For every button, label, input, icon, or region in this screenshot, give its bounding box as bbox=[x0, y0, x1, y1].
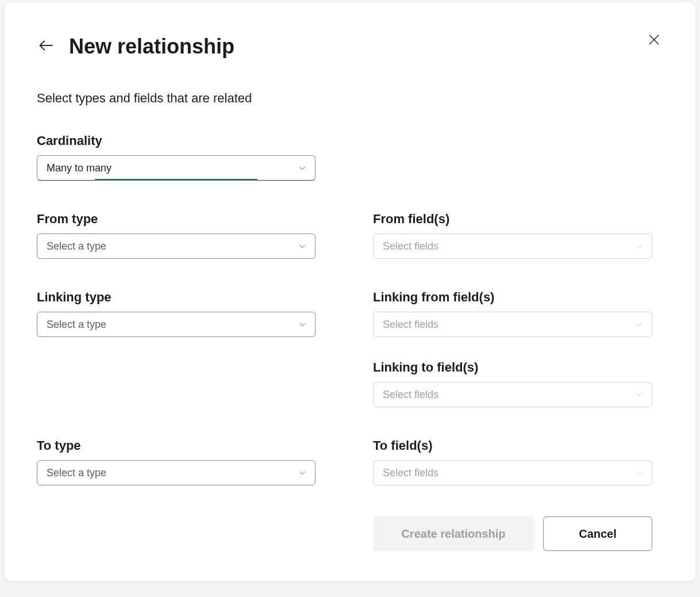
from-type-group: From type Select a type bbox=[37, 212, 316, 259]
cardinality-dropdown[interactable]: Many to many bbox=[37, 155, 316, 181]
linking-to-fields-dropdown[interactable]: Select fields bbox=[373, 382, 652, 407]
chevron-down-icon bbox=[634, 390, 644, 399]
linking-to-fields-label: Linking to field(s) bbox=[373, 360, 652, 375]
from-fields-dropdown[interactable]: Select fields bbox=[373, 234, 652, 259]
panel-subtitle: Select types and fields that are related bbox=[37, 91, 663, 106]
right-column: From field(s) Select fields Linking from… bbox=[373, 212, 652, 551]
title-group: New relationship bbox=[37, 35, 234, 59]
cardinality-label: Cardinality bbox=[37, 133, 316, 148]
linking-type-placeholder: Select a type bbox=[47, 319, 106, 331]
chevron-down-icon bbox=[634, 242, 644, 251]
create-relationship-button[interactable]: Create relationship bbox=[373, 516, 534, 551]
from-fields-label: From field(s) bbox=[373, 212, 652, 227]
to-fields-dropdown[interactable]: Select fields bbox=[373, 460, 652, 485]
arrow-left-icon bbox=[38, 37, 54, 56]
to-fields-label: To field(s) bbox=[373, 438, 652, 453]
cardinality-group: Cardinality Many to many bbox=[37, 133, 316, 181]
linking-from-fields-group: Linking from field(s) Select fields bbox=[373, 290, 652, 337]
cardinality-value: Many to many bbox=[47, 162, 111, 174]
linking-from-fields-placeholder: Select fields bbox=[383, 319, 439, 331]
cancel-button[interactable]: Cancel bbox=[543, 516, 652, 551]
to-type-group: To type Select a type bbox=[37, 438, 316, 485]
linking-type-dropdown[interactable]: Select a type bbox=[37, 312, 316, 337]
to-fields-placeholder: Select fields bbox=[383, 467, 439, 479]
form-columns: From type Select a type Linking type Sel… bbox=[37, 212, 663, 551]
from-fields-placeholder: Select fields bbox=[383, 240, 439, 252]
to-type-dropdown[interactable]: Select a type bbox=[37, 460, 316, 485]
to-type-placeholder: Select a type bbox=[47, 467, 106, 479]
chevron-down-icon bbox=[634, 468, 644, 477]
linking-type-label: Linking type bbox=[37, 290, 316, 305]
to-fields-group: To field(s) Select fields bbox=[373, 438, 652, 485]
panel-header: New relationship bbox=[37, 35, 663, 59]
chevron-down-icon bbox=[298, 242, 307, 251]
linking-to-fields-group: Linking to field(s) Select fields bbox=[373, 360, 652, 407]
from-type-placeholder: Select a type bbox=[47, 240, 106, 252]
footer-actions: Create relationship Cancel bbox=[373, 516, 652, 551]
from-type-dropdown[interactable]: Select a type bbox=[37, 234, 316, 259]
new-relationship-panel: New relationship Select types and fields… bbox=[5, 2, 695, 581]
linking-from-fields-dropdown[interactable]: Select fields bbox=[373, 312, 652, 337]
linking-from-fields-label: Linking from field(s) bbox=[373, 290, 652, 305]
linking-type-group: Linking type Select a type bbox=[37, 290, 316, 337]
chevron-down-icon bbox=[634, 320, 644, 329]
to-type-label: To type bbox=[37, 438, 316, 453]
chevron-down-icon bbox=[298, 163, 307, 173]
back-button[interactable] bbox=[37, 37, 55, 56]
from-fields-group: From field(s) Select fields bbox=[373, 212, 652, 259]
from-type-label: From type bbox=[37, 212, 316, 227]
linking-to-fields-placeholder: Select fields bbox=[383, 389, 439, 401]
chevron-down-icon bbox=[298, 320, 307, 329]
left-column: From type Select a type Linking type Sel… bbox=[37, 212, 316, 551]
chevron-down-icon bbox=[298, 468, 307, 477]
spacer bbox=[37, 368, 316, 438]
close-icon bbox=[647, 33, 661, 49]
page-title: New relationship bbox=[69, 35, 234, 59]
close-button[interactable] bbox=[645, 32, 663, 50]
